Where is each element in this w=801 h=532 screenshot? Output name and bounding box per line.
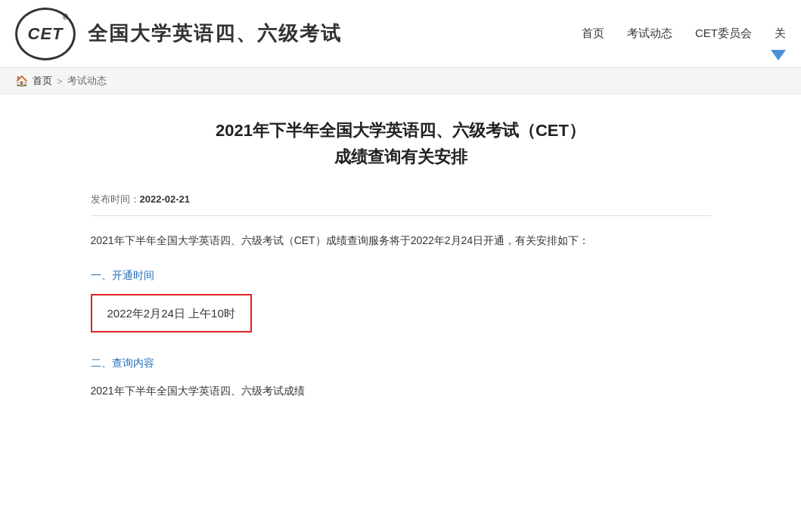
publish-prefix: 发布时间：	[91, 193, 140, 205]
main-content: 2021年下半年全国大学英语四、六级考试（CET） 成绩查询有关安排 发布时间：…	[61, 94, 741, 431]
article-title-line1: 2021年下半年全国大学英语四、六级考试（CET）	[216, 121, 585, 140]
logo-area: CET 全国大学英语四、六级考试	[15, 8, 342, 60]
nav-about[interactable]: 关	[775, 26, 786, 41]
publish-date: 2022-02-21	[140, 193, 191, 205]
breadcrumb-current: 考试动态	[67, 74, 107, 88]
highlight-time-box: 2022年2月24日 上午10时	[91, 294, 252, 332]
logo-text: CET	[28, 24, 64, 44]
publish-info: 发布时间：2022-02-21	[91, 193, 711, 216]
site-title: 全国大学英语四、六级考试	[88, 20, 342, 47]
breadcrumb-home-link[interactable]: 首页	[33, 74, 52, 88]
section1-heading: 一、开通时间	[91, 266, 711, 285]
main-nav: 首页 考试动态 CET委员会 关	[582, 26, 786, 41]
highlight-time-text: 2022年2月24日 上午10时	[107, 307, 235, 320]
article-title-line2: 成绩查询有关安排	[334, 147, 467, 166]
section2-content: 2021年下半年全国大学英语四、六级考试成绩	[91, 382, 711, 401]
home-icon: 🏠	[15, 75, 28, 87]
section2-heading: 二、查询内容	[91, 354, 711, 373]
breadcrumb: 🏠 首页 > 考试动态	[0, 68, 801, 94]
nav-home[interactable]: 首页	[582, 26, 604, 41]
article-intro: 2021年下半年全国大学英语四、六级考试（CET）成绩查询服务将于2022年2月…	[91, 231, 711, 250]
breadcrumb-separator: >	[57, 76, 63, 87]
nav-committee[interactable]: CET委员会	[695, 26, 752, 41]
article-title: 2021年下半年全国大学英语四、六级考试（CET） 成绩查询有关安排	[91, 117, 711, 170]
cet-logo: CET	[15, 8, 76, 60]
site-header: CET 全国大学英语四、六级考试 首页 考试动态 CET委员会 关	[0, 0, 801, 68]
nav-news[interactable]: 考试动态	[627, 26, 672, 41]
article-body: 2021年下半年全国大学英语四、六级考试（CET）成绩查询服务将于2022年2月…	[91, 231, 711, 401]
